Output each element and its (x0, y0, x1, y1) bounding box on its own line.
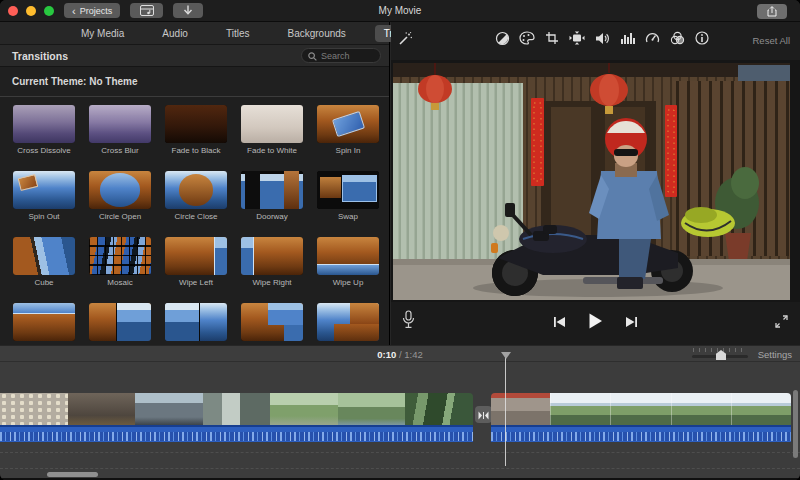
color-correction-icon (519, 31, 535, 49)
color-correction-button[interactable] (516, 30, 538, 50)
search-input[interactable] (321, 51, 377, 61)
frame-thumbnail-food-stall (0, 393, 68, 425)
noise-reduction-button[interactable] (616, 30, 638, 50)
playhead[interactable] (505, 352, 506, 466)
projects-button-label: Projects (80, 6, 113, 16)
speed-button[interactable] (641, 30, 663, 50)
transition-art (241, 237, 303, 275)
transition-label: Swap (338, 212, 358, 221)
color-balance-button[interactable] (491, 30, 513, 50)
clip-audio-waveform (0, 425, 473, 442)
clip-filter-button[interactable] (666, 30, 688, 50)
video-preview (393, 63, 790, 300)
transition-doorway[interactable]: Doorway (234, 171, 310, 221)
transition-art (165, 237, 227, 275)
transition-thumbnail (241, 303, 303, 341)
transition-label: Wipe Right (252, 278, 291, 287)
transition-fade-to-black[interactable]: Fade to Black (158, 105, 234, 155)
skip-next-button[interactable] (621, 313, 643, 333)
search-icon (308, 47, 317, 65)
transition-art (13, 171, 75, 209)
clip-filter-icon (670, 31, 685, 49)
clip-video-thumbnails (0, 393, 473, 425)
skip-previous-button[interactable] (549, 313, 571, 333)
play-button[interactable] (585, 313, 607, 333)
timeline-clip-1[interactable] (0, 393, 473, 473)
share-icon (767, 3, 777, 21)
media-browser-icon (140, 5, 154, 16)
transition-thumbnail (165, 105, 227, 143)
titlebar: ‹ Projects My Movie (0, 0, 800, 22)
timeline-transition-badge[interactable] (475, 406, 492, 423)
enhance-button[interactable] (394, 30, 416, 50)
transition-wipe-right[interactable]: Wipe Right (234, 237, 310, 287)
transition-cross-dissolve[interactable]: Cross Dissolve (6, 105, 82, 155)
current-theme-row: Current Theme: No Theme (0, 67, 389, 97)
tab-titles[interactable]: Titles (217, 25, 259, 42)
close-window-button[interactable] (8, 6, 18, 16)
frame-thumbnail-bamboo (405, 393, 473, 425)
transition-cross-blur[interactable]: Cross Blur (82, 105, 158, 155)
stabilization-button[interactable] (566, 30, 588, 50)
transition-art (13, 237, 75, 275)
transition-label: Spin Out (28, 212, 59, 221)
frame-thumbnail-alley (203, 393, 271, 425)
transition-wipe-up[interactable]: Wipe Up (310, 237, 386, 287)
transition-spin-out[interactable]: Spin Out (6, 171, 82, 221)
transition-art (241, 105, 303, 143)
transition-mosaic[interactable]: Mosaic (82, 237, 158, 287)
transition-art (317, 237, 379, 275)
play-icon (588, 313, 603, 333)
transition-circle-open[interactable]: Circle Open (82, 171, 158, 221)
minimize-window-button[interactable] (26, 6, 36, 16)
tab-my-media[interactable]: My Media (72, 25, 133, 42)
transition-wipe-left[interactable]: Wipe Left (158, 237, 234, 287)
timeline-clip-2[interactable] (491, 393, 791, 473)
clip-audio-waveform (491, 425, 791, 442)
timeline-horizontal-scrollbar[interactable] (47, 472, 98, 477)
frame-thumbnail-grass-sky (610, 393, 670, 425)
speed-icon (645, 31, 660, 49)
transition-label: Wipe Up (333, 278, 364, 287)
transition-swap[interactable]: Swap (310, 171, 386, 221)
projects-back-button[interactable]: ‹ Projects (64, 3, 120, 18)
transition-art (241, 171, 303, 209)
fullscreen-button[interactable] (770, 313, 792, 333)
tab-audio[interactable]: Audio (153, 25, 197, 42)
import-media-button[interactable] (173, 3, 203, 18)
current-theme-label: Current Theme: No Theme (12, 76, 138, 87)
transition-art (317, 303, 379, 341)
media-browser-panel: My MediaAudioTitlesBackgroundsTransition… (0, 22, 390, 345)
reset-all-button[interactable]: Reset All (753, 35, 791, 46)
timeline-zoom-slider[interactable] (692, 347, 748, 362)
tab-backgrounds[interactable]: Backgrounds (278, 25, 354, 42)
transition-label: Cube (34, 278, 53, 287)
crop-icon (545, 31, 559, 49)
transition-art (317, 105, 379, 143)
volume-button[interactable] (591, 30, 613, 50)
media-browser-button[interactable] (130, 3, 163, 18)
playhead-handle[interactable] (501, 352, 511, 359)
zoom-window-button[interactable] (44, 6, 54, 16)
share-button[interactable] (757, 4, 787, 19)
crop-button[interactable] (541, 30, 563, 50)
transition-art (317, 171, 379, 209)
transition-fade-to-white[interactable]: Fade to White (234, 105, 310, 155)
timeline-settings-button[interactable]: Settings (758, 349, 792, 360)
transition-spin-in[interactable]: Spin In (310, 105, 386, 155)
transition-cube[interactable]: Cube (6, 237, 82, 287)
timeline-vertical-scrollbar[interactable] (793, 390, 798, 458)
frame-thumbnail-park-lake (338, 393, 406, 425)
transition-circle-close[interactable]: Circle Close (158, 171, 234, 221)
frame-thumbnail-grass-sky (731, 393, 791, 425)
timeline-toolbar: 0:10 / 1:42 Settings (0, 345, 800, 362)
transition-art (241, 303, 303, 341)
transition-art (13, 105, 75, 143)
frame-thumbnail-moto-street (491, 393, 550, 425)
skip-next-icon (625, 314, 638, 332)
browser-header-title: Transitions (12, 50, 68, 62)
search-field[interactable] (301, 48, 381, 63)
transition-thumbnail (89, 171, 151, 209)
frame-thumbnail-grass-sky (671, 393, 731, 425)
info-button[interactable] (691, 30, 713, 50)
